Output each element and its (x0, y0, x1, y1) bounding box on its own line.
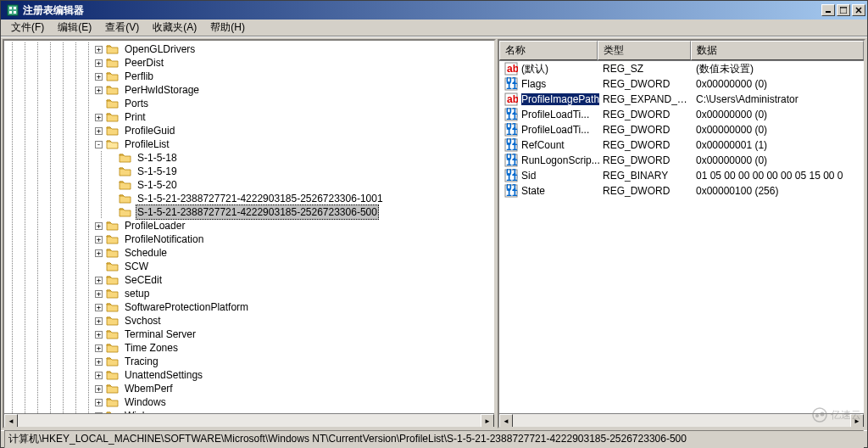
tree-item[interactable]: +setup (6, 287, 492, 300)
tree-item[interactable]: +UnattendSettings (6, 368, 492, 382)
tree-item[interactable]: +Terminal Server (6, 328, 492, 341)
value-row[interactable]: 011110SidREG_BINARY01 05 00 00 00 00 00 … (499, 168, 864, 183)
tree-item[interactable]: +Perflib (6, 70, 492, 83)
expander-icon[interactable]: + (95, 114, 103, 121)
value-data: 0x00000001 (1) (693, 139, 864, 151)
tree-label: S-1-5-19 (136, 165, 179, 178)
value-data: C:\Users\Administrator (693, 93, 864, 105)
statusbar: 计算机\HKEY_LOCAL_MACHINE\SOFTWARE\Microsof… (1, 430, 867, 447)
expander-icon[interactable]: + (95, 277, 103, 284)
value-row[interactable]: ab(默认)REG_SZ(数值未设置) (499, 61, 864, 76)
tree-item[interactable]: +ProfileGuid (6, 124, 492, 137)
tree-item[interactable]: S-1-5-21-2388727721-4222903185-252672330… (6, 192, 492, 205)
menubar: 文件(F) 编辑(E) 查看(V) 收藏夹(A) 帮助(H) (1, 20, 867, 36)
expander-icon[interactable]: + (95, 73, 103, 81)
binary-value-icon: 011110 (504, 77, 518, 91)
folder-icon (106, 138, 120, 150)
menu-edit[interactable]: 编辑(E) (51, 19, 98, 36)
expander-icon[interactable]: + (95, 372, 103, 379)
tree-item[interactable]: +Schedule (6, 246, 492, 260)
expander-icon[interactable]: + (95, 46, 103, 53)
expander-icon[interactable]: + (95, 358, 103, 366)
tree-item[interactable]: +SeCEdit (6, 273, 492, 287)
value-row[interactable]: abProfileImagePathREG_EXPAND_SZC:\Users\… (499, 92, 864, 107)
expander-icon[interactable]: + (95, 127, 103, 135)
expander-icon[interactable]: + (95, 222, 103, 230)
value-row[interactable]: 011110RunLogonScrip...REG_DWORD0x0000000… (499, 153, 864, 168)
expander-icon[interactable]: + (95, 304, 103, 311)
expander-icon[interactable]: + (95, 385, 103, 393)
scroll-right-button[interactable]: ► (481, 414, 494, 428)
value-type: REG_DWORD (599, 124, 693, 136)
value-data: 0x00000100 (256) (693, 185, 864, 197)
tree-item[interactable]: +Time Zones (6, 341, 492, 355)
scroll-track[interactable] (18, 414, 481, 427)
tree-label: UnattendSettings (123, 368, 204, 382)
scroll-track[interactable] (513, 414, 850, 427)
tree-item[interactable]: +OpenGLDrivers (6, 42, 492, 56)
expander-icon[interactable]: + (95, 59, 103, 67)
value-name: ProfileLoadTi... (521, 109, 589, 120)
scroll-right-button[interactable]: ► (850, 414, 864, 428)
expander-icon[interactable]: + (95, 317, 103, 325)
tree-item[interactable]: SCW (6, 260, 492, 273)
value-row[interactable]: 011110StateREG_DWORD0x00000100 (256) (499, 183, 864, 199)
tree-item[interactable]: +WbemPerf (6, 382, 492, 395)
expander-icon[interactable]: + (95, 344, 103, 352)
svg-rect-0 (8, 5, 18, 15)
col-name[interactable]: 名称 (499, 41, 598, 60)
minimize-button[interactable] (821, 4, 835, 16)
tree-hscrollbar[interactable]: ◄ ► (4, 413, 494, 427)
tree-item[interactable]: +PerHwIdStorage (6, 83, 492, 97)
tree-item[interactable]: S-1-5-18 (6, 151, 492, 165)
tree-item[interactable]: +Svchost (6, 314, 492, 328)
tree-pane[interactable]: +OpenGLDrivers+PeerDist+Perflib+PerHwIdS… (3, 39, 496, 428)
maximize-button[interactable] (837, 4, 850, 16)
expander-icon[interactable]: + (95, 290, 103, 298)
values-pane[interactable]: 名称 类型 数据 ab(默认)REG_SZ(数值未设置)011110FlagsR… (498, 39, 865, 428)
tree-label: Perflib (123, 70, 155, 83)
value-data: 01 05 00 00 00 00 00 05 15 00 0 (693, 170, 864, 182)
expander-icon[interactable]: + (95, 236, 103, 244)
close-button[interactable] (852, 4, 865, 16)
value-name: ProfileImagePath (521, 93, 599, 105)
tree-item[interactable]: S-1-5-19 (6, 165, 492, 178)
tree-item[interactable]: -ProfileList (6, 137, 492, 151)
expander-icon[interactable]: - (95, 141, 103, 148)
titlebar[interactable]: 注册表编辑器 (1, 1, 867, 20)
menu-help[interactable]: 帮助(H) (203, 19, 252, 36)
scroll-left-button[interactable]: ◄ (4, 414, 18, 428)
value-name: RunLogonScrip... (521, 154, 599, 166)
value-type: REG_DWORD (599, 139, 693, 151)
tree-item[interactable]: +ProfileNotification (6, 232, 492, 246)
scroll-left-button[interactable]: ◄ (499, 414, 513, 428)
menu-favorites[interactable]: 收藏夹(A) (146, 19, 203, 36)
tree-label: S-1-5-21-2388727721-4222903185-252672330… (136, 204, 379, 220)
tree-item[interactable]: +SoftwareProtectionPlatform (6, 300, 492, 314)
menu-file[interactable]: 文件(F) (4, 19, 51, 36)
value-row[interactable]: 011110RefCountREG_DWORD0x00000001 (1) (499, 137, 864, 153)
expander-icon[interactable]: + (95, 87, 103, 94)
value-row[interactable]: 011110ProfileLoadTi...REG_DWORD0x0000000… (499, 122, 864, 137)
tree-item[interactable]: +Windows (6, 395, 492, 409)
tree-item[interactable]: S-1-5-20 (6, 178, 492, 192)
value-row[interactable]: 011110FlagsREG_DWORD0x00000000 (0) (499, 76, 864, 92)
folder-icon (106, 315, 120, 327)
value-row[interactable]: 011110ProfileLoadTi...REG_DWORD0x0000000… (499, 107, 864, 122)
svg-text:110: 110 (506, 141, 518, 152)
col-data[interactable]: 数据 (691, 41, 864, 60)
expander-icon[interactable]: + (95, 399, 103, 406)
col-type[interactable]: 类型 (598, 41, 691, 60)
menu-view[interactable]: 查看(V) (98, 19, 146, 36)
binary-value-icon: 011110 (504, 123, 518, 137)
tree-item[interactable]: +Tracing (6, 355, 492, 368)
tree-item[interactable]: S-1-5-21-2388727721-4222903185-252672330… (6, 205, 492, 219)
expander-icon[interactable]: + (95, 249, 103, 257)
list-header: 名称 类型 数据 (499, 41, 864, 61)
expander-icon[interactable]: + (95, 331, 103, 339)
values-hscrollbar[interactable]: ◄ ► (499, 413, 864, 427)
tree-item[interactable]: +ProfileLoader (6, 219, 492, 232)
tree-item[interactable]: +Print (6, 110, 492, 124)
tree-item[interactable]: Ports (6, 97, 492, 110)
tree-item[interactable]: +PeerDist (6, 56, 492, 70)
